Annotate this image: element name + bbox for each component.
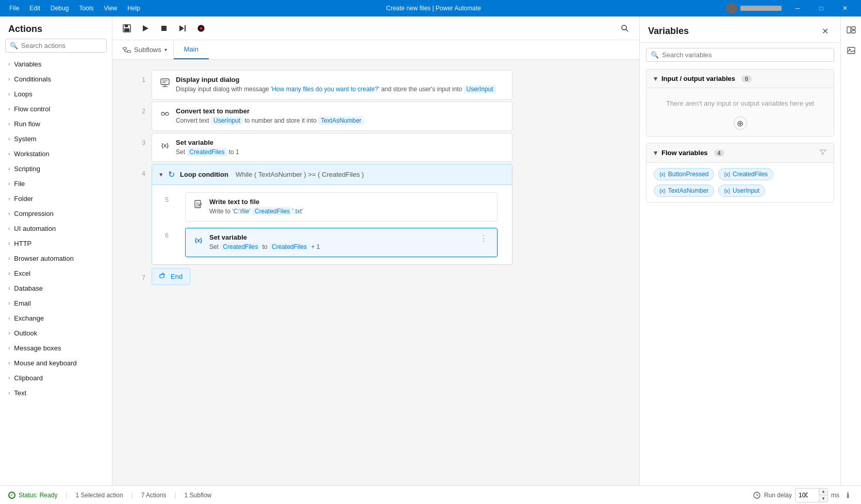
variables-panel-icon[interactable]	[843, 22, 859, 38]
menu-tools[interactable]: Tools	[74, 0, 98, 16]
step-card-3[interactable]: {x} Set variable Set CreatedFiles to 1	[152, 133, 512, 162]
sidebar-item-exchange[interactable]: › Exchange	[0, 311, 112, 326]
maximize-button[interactable]: □	[809, 0, 833, 16]
step-2-prefix: Convert text	[176, 117, 211, 124]
tab-main[interactable]: Main	[174, 40, 209, 59]
chevron-icon: ›	[8, 136, 10, 142]
sidebar-item-ui-automation[interactable]: › UI automation	[0, 221, 112, 236]
var-label: CreatedFiles	[733, 171, 768, 178]
record-button[interactable]	[193, 20, 209, 37]
next-step-button[interactable]	[174, 20, 191, 37]
sidebar-item-label: Exchange	[14, 314, 44, 322]
var-icon: {x}	[724, 188, 730, 194]
loop-title: Loop condition	[180, 171, 228, 178]
add-variable-button[interactable]: ⊕	[654, 116, 826, 130]
images-icon[interactable]	[843, 42, 859, 59]
io-empty-text: There aren't any input or output variabl…	[654, 94, 826, 112]
search-icon: 🔍	[651, 51, 659, 59]
sidebar-item-conditionals[interactable]: › Conditionals	[0, 72, 112, 87]
sidebar-item-file[interactable]: › File	[0, 176, 112, 191]
actions-search-box[interactable]: 🔍	[5, 39, 107, 53]
spin-up-button[interactable]: ▲	[819, 489, 827, 495]
sidebar-item-label: Text	[14, 389, 26, 397]
variables-search-box[interactable]: 🔍	[646, 48, 834, 62]
menu-debug[interactable]: Debug	[45, 0, 74, 16]
sidebar-item-browser-automation[interactable]: › Browser automation	[0, 251, 112, 266]
sidebar-item-clipboard[interactable]: › Clipboard	[0, 371, 112, 385]
end-card[interactable]: End	[152, 268, 190, 285]
var-pill-button-pressed[interactable]: {x} ButtonPressed	[654, 168, 714, 180]
ms-label: ms	[831, 492, 839, 499]
loop-header[interactable]: ▾ ↻ Loop condition While ( TextAsNumber …	[152, 164, 512, 185]
collapse-icon[interactable]: ▾	[159, 171, 163, 178]
sidebar-item-email[interactable]: › Email	[0, 296, 112, 311]
sidebar-item-workstation[interactable]: › Workstation	[0, 146, 112, 161]
menu-file[interactable]: File	[4, 0, 24, 16]
sidebar-item-excel[interactable]: › Excel	[0, 266, 112, 281]
search-actions-input[interactable]	[21, 42, 102, 49]
sidebar-item-label: Database	[14, 284, 43, 292]
sidebar-item-database[interactable]: › Database	[0, 281, 112, 296]
run-delay-input[interactable]: ▲ ▼	[795, 488, 828, 502]
sidebar-item-label: Scripting	[14, 165, 40, 173]
sidebar-item-label: Message boxes	[14, 344, 61, 352]
main-editor-area: Subflows ▾ Main 1 Display input dialog	[112, 16, 639, 485]
sidebar-item-folder[interactable]: › Folder	[0, 191, 112, 206]
sidebar-item-system[interactable]: › System	[0, 131, 112, 146]
stop-button[interactable]	[156, 20, 172, 37]
menu-edit[interactable]: Edit	[24, 0, 45, 16]
sidebar-item-label: Variables	[14, 60, 41, 68]
menu-help[interactable]: Help	[122, 0, 145, 16]
minimize-button[interactable]: ─	[786, 0, 809, 16]
run-button[interactable]	[137, 20, 154, 37]
var-pill-text-as-number[interactable]: {x} TextAsNumber	[654, 184, 714, 197]
svg-rect-15	[161, 79, 169, 85]
io-section-label: Input / output variables	[661, 75, 735, 82]
save-button[interactable]	[119, 20, 135, 37]
step-number-4: 4	[133, 164, 152, 177]
svg-point-9	[622, 25, 626, 30]
var-pill-created-files[interactable]: {x} CreatedFiles	[718, 168, 773, 180]
step-more-button[interactable]: ⋮	[477, 233, 490, 243]
flow-section-header[interactable]: ▾ Flow variables 4	[647, 143, 834, 163]
sidebar-item-message-boxes[interactable]: › Message boxes	[0, 341, 112, 356]
loop-body: 5 Write text to file Write to 'C:\file' …	[152, 185, 512, 265]
search-button[interactable]	[617, 20, 633, 37]
sidebar-item-scripting[interactable]: › Scripting	[0, 161, 112, 176]
sidebar-item-flow-control[interactable]: › Flow control	[0, 102, 112, 116]
step-1-var-val: UserInput	[464, 85, 496, 93]
step-3-title: Set variable	[176, 139, 505, 146]
menu-view[interactable]: View	[98, 0, 122, 16]
step-card-1[interactable]: Display input dialog Display input dialo…	[152, 70, 512, 99]
close-button[interactable]: ✕	[833, 0, 857, 16]
subflows-button[interactable]: Subflows ▾	[117, 40, 174, 59]
step-3-var1: CreatedFiles	[187, 148, 227, 156]
variables-panel: Variables ✕ 🔍 ▾ Input / output variables…	[639, 16, 840, 485]
sidebar-item-compression[interactable]: › Compression	[0, 206, 112, 221]
sidebar-item-variables[interactable]: › Variables	[0, 57, 112, 72]
menu-bar: File Edit Debug Tools View Help	[4, 0, 145, 16]
loop-step-6[interactable]: {x} Set variable Set CreatedFiles to Cre…	[185, 228, 498, 257]
sidebar-item-run-flow[interactable]: › Run flow	[0, 116, 112, 131]
loop-step-5[interactable]: Write text to file Write to 'C:\file' Cr…	[185, 192, 498, 222]
sidebar-item-http[interactable]: › HTTP	[0, 236, 112, 251]
io-section-header[interactable]: ▾ Input / output variables 0	[647, 70, 834, 88]
filter-icon[interactable]	[819, 148, 826, 157]
step-number-3: 3	[133, 133, 152, 146]
step-card-2[interactable]: Convert text to number Convert text User…	[152, 102, 512, 131]
run-delay-value[interactable]	[796, 490, 819, 500]
sidebar-item-outlook[interactable]: › Outlook	[0, 326, 112, 341]
sidebar-item-text[interactable]: › Text	[0, 385, 112, 400]
search-variables-input[interactable]	[662, 51, 830, 59]
sidebar-item-mouse-keyboard[interactable]: › Mouse and keyboard	[0, 356, 112, 371]
chevron-icon: ›	[8, 166, 10, 172]
sidebar-item-loops[interactable]: › Loops	[0, 87, 112, 102]
svg-point-20	[161, 112, 164, 115]
variables-close-button[interactable]: ✕	[818, 24, 832, 38]
step-5-desc: Write to 'C:\file' CreatedFiles'.txt'	[209, 207, 490, 216]
var-pill-user-input[interactable]: {x} UserInput	[718, 184, 765, 197]
app-body: Actions 🔍 › Variables › Conditionals › L…	[0, 16, 861, 485]
chevron-icon: ›	[8, 315, 10, 321]
info-icon[interactable]: ℹ	[842, 490, 853, 500]
spin-down-button[interactable]: ▼	[819, 495, 827, 502]
